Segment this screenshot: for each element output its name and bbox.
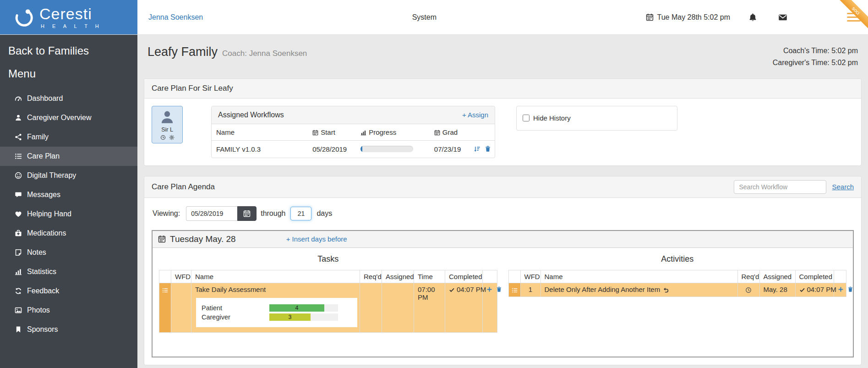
datetime-display: Tue May 28th 5:02 pm bbox=[646, 13, 731, 22]
photo-icon bbox=[15, 307, 22, 314]
sort-icon[interactable] bbox=[474, 146, 480, 153]
activity-row: 1 Delete Only After Adding Another Item bbox=[508, 283, 846, 297]
sidebar-item-label: Helping Hand bbox=[27, 210, 71, 218]
sidebar-item-label: Caregiver Overview bbox=[27, 114, 91, 122]
sidebar-item-label: Care Plan bbox=[27, 152, 60, 160]
required-clock-icon bbox=[745, 287, 752, 293]
messages-button[interactable] bbox=[778, 13, 787, 22]
sidebar-item-messages[interactable]: Messages bbox=[0, 185, 137, 204]
col-header-wfd: WFD bbox=[171, 270, 191, 283]
comment-icon bbox=[15, 191, 22, 198]
date-picker-button[interactable] bbox=[237, 206, 257, 221]
viewing-label: Viewing: bbox=[153, 209, 180, 218]
heart-icon bbox=[15, 210, 22, 218]
sidebar-item-label: Photos bbox=[27, 306, 50, 314]
check-icon bbox=[449, 287, 455, 293]
dashboard-icon bbox=[15, 95, 22, 102]
activities-heading: Activities bbox=[508, 254, 847, 264]
hide-history-checkbox[interactable] bbox=[523, 115, 530, 121]
sidebar-item-label: Family bbox=[27, 133, 49, 141]
day-card: Tuesday May. 28 + Insert days before Tas… bbox=[152, 230, 854, 357]
add-icon[interactable] bbox=[486, 286, 492, 292]
search-button[interactable]: Search bbox=[832, 183, 854, 191]
sidebar-item-medications[interactable]: Medications bbox=[0, 224, 137, 243]
task-time: 07:00 PM bbox=[414, 283, 445, 332]
hide-history-label[interactable]: Hide History bbox=[533, 114, 571, 122]
assessment-results: Patient 4 Caregiver 3 bbox=[196, 298, 357, 327]
workflow-progress-bar bbox=[360, 146, 413, 152]
undo-icon bbox=[663, 287, 669, 293]
day-title: Tuesday May. 28 bbox=[170, 234, 236, 244]
col-header-completed: Completed bbox=[795, 270, 834, 283]
sidebar-item-notes[interactable]: Notes bbox=[0, 243, 137, 262]
col-header-assigned: Assigned bbox=[382, 270, 414, 283]
patient-score: Patient 4 bbox=[202, 304, 352, 312]
sidebar-item-label: Digital Therapy bbox=[27, 171, 76, 180]
bar-chart-icon bbox=[15, 268, 22, 275]
trash-icon[interactable] bbox=[485, 146, 491, 152]
score-bar: 4 bbox=[269, 304, 324, 312]
score-label: Caregiver bbox=[202, 313, 269, 321]
sidebar-item-care-plan[interactable]: Care Plan bbox=[0, 147, 137, 166]
col-header-wfd: WFD bbox=[520, 270, 540, 283]
caregiver-time: Caregiver's Time: 5:02 pm bbox=[773, 57, 858, 69]
col-header-name: Name bbox=[191, 270, 360, 283]
days-count-input[interactable] bbox=[290, 207, 311, 220]
current-user-link[interactable]: Jenna Soenksen bbox=[148, 13, 203, 22]
score-bar: 3 bbox=[269, 313, 311, 321]
activity-drag-handle[interactable] bbox=[508, 283, 520, 297]
calendar-icon bbox=[243, 210, 251, 217]
agenda-panel: Care Plan Agenda Search Viewing: bbox=[144, 176, 862, 365]
settings-gear-icon[interactable] bbox=[169, 135, 175, 140]
task-drag-handle[interactable] bbox=[159, 283, 171, 332]
days-label: days bbox=[317, 209, 332, 218]
col-header-time: Time bbox=[414, 270, 445, 283]
assigned-workflows-title: Assigned Workflows bbox=[218, 111, 284, 119]
back-to-families-link[interactable]: Back to Families bbox=[0, 39, 137, 62]
care-plan-panel: Care Plan For Sir Leafy Sir L Assigned W… bbox=[144, 78, 862, 166]
sidebar-item-sponsors[interactable]: Sponsors bbox=[0, 320, 137, 339]
main-content: Leafy FamilyCoach: Jenna Soenksen Coach'… bbox=[137, 35, 868, 368]
coach-subtitle: Coach: Jenna Soenksen bbox=[222, 49, 307, 58]
sidebar-nav: Dashboard Caregiver Overview Family Care… bbox=[0, 89, 137, 339]
task-row: Take Daily Assessment Patient 4 bbox=[159, 283, 497, 332]
sidebar: Back to Families Menu Dashboard Caregive… bbox=[0, 35, 137, 368]
calendar-icon bbox=[158, 235, 166, 243]
insert-days-before-button[interactable]: + Insert days before bbox=[286, 235, 347, 243]
progress-icon bbox=[360, 130, 366, 136]
sidebar-item-feedback[interactable]: Feedback bbox=[0, 281, 137, 301]
trash-icon[interactable] bbox=[496, 286, 502, 292]
notifications-button[interactable] bbox=[748, 13, 757, 22]
trash-icon[interactable] bbox=[847, 286, 853, 292]
col-header-progress: Progress bbox=[356, 124, 430, 141]
sidebar-item-family[interactable]: Family bbox=[0, 127, 137, 147]
activity-wfd: 1 bbox=[520, 283, 540, 297]
brand-logo[interactable]: Ceresti H E A L T H bbox=[0, 0, 137, 34]
sidebar-item-label: Sponsors bbox=[27, 325, 58, 334]
viewing-date-input[interactable] bbox=[186, 206, 237, 221]
tasks-table: WFD Name Req'd Assigned Time Completed bbox=[159, 270, 497, 333]
history-clock-icon[interactable] bbox=[160, 135, 166, 140]
sidebar-item-helping-hand[interactable]: Helping Hand bbox=[0, 204, 137, 224]
ceresti-swoosh-icon bbox=[14, 7, 34, 27]
workflow-start: 05/28/2019 bbox=[308, 140, 356, 158]
col-header-reqd: Req'd bbox=[360, 270, 382, 283]
search-workflow-input[interactable] bbox=[734, 180, 826, 194]
sidebar-item-label: Messages bbox=[27, 191, 60, 199]
brand-name: Ceresti bbox=[39, 6, 102, 22]
add-icon[interactable] bbox=[838, 286, 844, 292]
sidebar-item-dashboard[interactable]: Dashboard bbox=[0, 89, 137, 108]
col-header-name: Name bbox=[540, 270, 737, 283]
assign-workflow-button[interactable]: + Assign bbox=[462, 111, 488, 119]
list-icon bbox=[512, 287, 518, 293]
sidebar-item-photos[interactable]: Photos bbox=[0, 301, 137, 320]
family-title: Leafy Family bbox=[147, 45, 218, 59]
sidebar-item-digital-therapy[interactable]: Digital Therapy bbox=[0, 166, 137, 185]
sidebar-item-statistics[interactable]: Statistics bbox=[0, 262, 137, 281]
sidebar-item-label: Feedback bbox=[27, 287, 59, 295]
sidebar-item-caregiver-overview[interactable]: Caregiver Overview bbox=[0, 108, 137, 127]
system-nav-label[interactable]: System bbox=[203, 13, 645, 22]
patient-avatar-card[interactable]: Sir L bbox=[152, 106, 183, 143]
refresh-icon bbox=[15, 287, 22, 295]
col-header-name: Name bbox=[212, 124, 308, 141]
